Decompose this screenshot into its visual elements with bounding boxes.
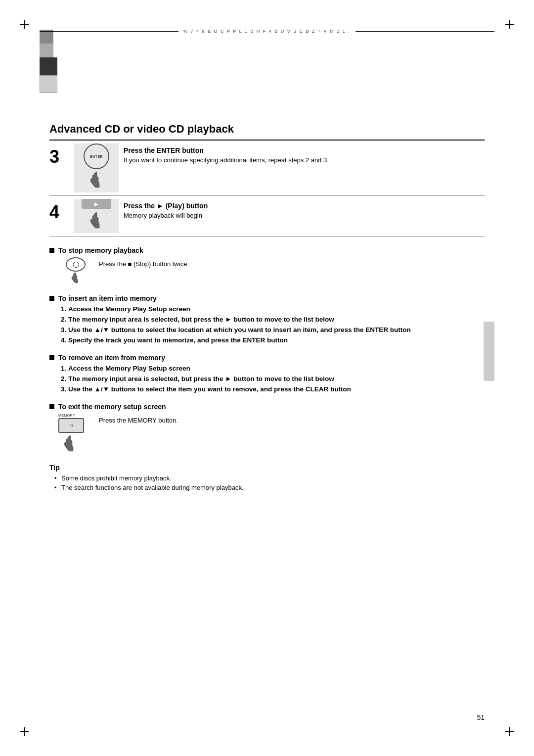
stop-memory-title: To stop memory playback bbox=[58, 246, 143, 254]
step-4-desc: Memory playback will begin bbox=[124, 212, 485, 219]
stop-btn-icon: ◯ bbox=[66, 257, 86, 272]
exit-with-image: MEMORY □ Press the MEMORY button. bbox=[58, 414, 485, 453]
hand-icon-stop bbox=[65, 273, 87, 284]
section-insert-item: To insert an item into memory Access the… bbox=[49, 294, 485, 344]
step-3-number: 3 bbox=[49, 141, 74, 195]
bullet-square-stop bbox=[49, 248, 54, 253]
remove-list-item-3: Use the ▲/▼ buttons to select the item y… bbox=[68, 385, 485, 393]
page-title: Advanced CD or video CD playback bbox=[49, 123, 485, 141]
section-exit-setup: To exit the memory setup screen MEMORY □ bbox=[49, 403, 485, 453]
exit-setup-title: To exit the memory setup screen bbox=[58, 403, 166, 411]
stop-button-image: ◯ bbox=[58, 257, 93, 284]
stop-memory-text: Press the ■ (Stop) button twice. bbox=[99, 257, 189, 268]
step-3-image: ENTER bbox=[74, 143, 119, 192]
corner-circle-tr bbox=[40, 44, 53, 57]
hand-icon-memory bbox=[58, 434, 83, 453]
play-button-rect: ▶ bbox=[82, 199, 111, 209]
stop-memory-header: To stop memory playback bbox=[49, 246, 485, 254]
corner-mark-br bbox=[505, 727, 514, 736]
corner-mark-bl bbox=[20, 727, 29, 736]
step-3-title: Press the ENTER button bbox=[124, 146, 485, 154]
step-4-text: Press the ► (Play) button Memory playbac… bbox=[124, 196, 485, 236]
bullet-square-remove bbox=[49, 355, 54, 360]
remove-list-item-1: Access the Memory Play Setup screen bbox=[68, 365, 485, 372]
insert-item-list: Access the Memory Play Setup screen The … bbox=[58, 305, 485, 344]
corner-mark-tl bbox=[20, 20, 29, 29]
exit-setup-text: Press the MEMORY button. bbox=[99, 414, 178, 424]
step-4-number: 4 bbox=[49, 196, 74, 236]
tip-section: Tip Some discs prohibit memory playback.… bbox=[49, 464, 485, 491]
insert-list-item-2: The memory input area is selected, but p… bbox=[68, 316, 485, 323]
step-3-text: Press the ENTER button If you want to co… bbox=[124, 141, 485, 195]
section-stop-memory: To stop memory playback ◯ bbox=[49, 246, 485, 284]
page-number: 51 bbox=[477, 713, 485, 721]
insert-list-item-4: Specify the track you want to memorize, … bbox=[68, 336, 485, 344]
stop-memory-content: ◯ Press the ■ (Stop) button twice. bbox=[49, 257, 485, 284]
insert-item-content: Access the Memory Play Setup screen The … bbox=[49, 305, 485, 344]
exit-setup-content: MEMORY □ Press the MEMORY button. bbox=[49, 414, 485, 453]
corner-mark-tr bbox=[505, 20, 514, 29]
step-4-image: ▶ bbox=[74, 199, 119, 233]
remove-item-header: To remove an item from memory bbox=[49, 354, 485, 362]
remove-item-title: To remove an item from memory bbox=[58, 354, 165, 362]
top-code: % 7 4 9 & O C P P L 1 B H F 4 B U V S E … bbox=[40, 29, 494, 34]
hand-icon-step4 bbox=[86, 211, 108, 233]
bullet-square-exit bbox=[49, 404, 54, 409]
tip-title: Tip bbox=[49, 464, 485, 472]
step-4-title: Press the ► (Play) button bbox=[124, 202, 485, 210]
memory-label-text: MEMORY bbox=[58, 414, 75, 417]
insert-list-item-1: Access the Memory Play Setup screen bbox=[68, 305, 485, 313]
corner-circle-br bbox=[40, 75, 57, 93]
insert-item-header: To insert an item into memory bbox=[49, 294, 485, 302]
tip-item-2: The search functions are not available d… bbox=[54, 484, 485, 491]
remove-item-content: Access the Memory Play Setup screen The … bbox=[49, 365, 485, 393]
step-4-row: 4 ▶ Press the ► (Play) button Memory pla… bbox=[49, 196, 485, 236]
enter-button-icon: ENTER bbox=[84, 143, 109, 169]
insert-list-item-3: Use the ▲/▼ buttons to select the locati… bbox=[68, 326, 485, 333]
side-gray-bar bbox=[484, 322, 494, 381]
corner-circle-bl bbox=[40, 57, 57, 75]
hand-icon-step3 bbox=[86, 170, 108, 192]
tip-list: Some discs prohibit memory playback. The… bbox=[49, 474, 485, 491]
step-3-desc: If you want to continue specifying addit… bbox=[124, 156, 485, 164]
step-3-row: 3 ENTER Press the ENTER button If you wa… bbox=[49, 141, 485, 196]
remove-item-list: Access the Memory Play Setup screen The … bbox=[58, 365, 485, 393]
remove-list-item-2: The memory input area is selected, but p… bbox=[68, 375, 485, 382]
memory-button-image: MEMORY □ bbox=[58, 414, 93, 453]
section-remove-item: To remove an item from memory Access the… bbox=[49, 354, 485, 393]
memory-btn-rect: □ bbox=[58, 418, 84, 433]
bullet-square-insert bbox=[49, 296, 54, 301]
stop-memory-with-image: ◯ Press the ■ (Stop) button twice. bbox=[58, 257, 485, 284]
tip-item-1: Some discs prohibit memory playback. bbox=[54, 474, 485, 482]
exit-setup-header: To exit the memory setup screen bbox=[49, 403, 485, 411]
insert-item-title: To insert an item into memory bbox=[58, 294, 157, 302]
